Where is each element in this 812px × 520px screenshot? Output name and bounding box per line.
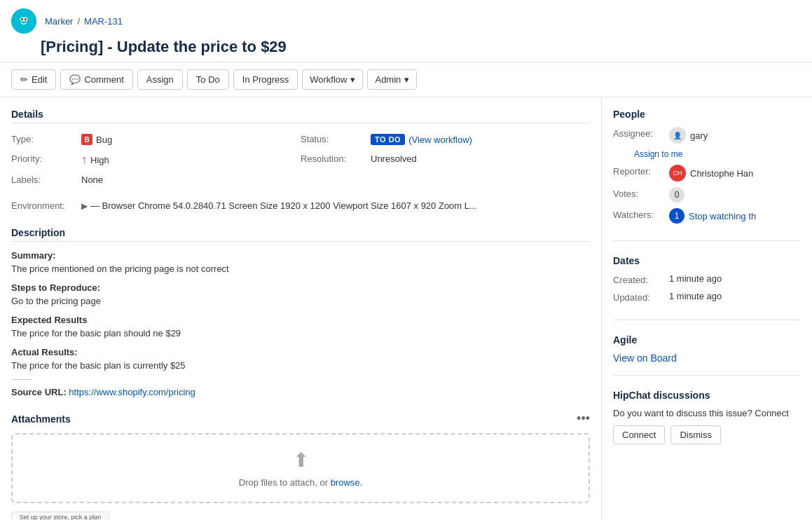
edit-label: Edit [32,74,47,85]
admin-button[interactable]: Admin ▾ [367,69,417,90]
breadcrumb: Marker / MAR-131 [11,8,801,34]
more-options-icon[interactable]: ••• [577,411,590,426]
hipchat-buttons: Connect Dismiss [613,425,801,444]
watchers-row: Watchers: 1 Stop watching th [613,208,801,224]
created-label: Created: [613,273,669,285]
todo-button[interactable]: To Do [187,69,229,90]
assignee-label: Assignee: [613,127,669,139]
labels-label: Labels: [11,175,81,185]
description-divider [11,379,32,380]
in-progress-button[interactable]: In Progress [233,69,298,90]
comment-button[interactable]: 💬 Comment [60,69,132,90]
connect-button[interactable]: Connect [613,425,665,444]
admin-dropdown-icon: ▾ [404,74,409,85]
attachment-thumbnail[interactable]: Set up your store, pick a plan later [11,512,109,520]
left-panel: Details Type: B Bug Status: TO DO (View … [0,97,602,520]
type-label: Type: [11,134,81,144]
reporter-label: Reporter: [613,165,669,177]
assignee-value: 👤 gary [669,127,708,144]
app-logo [11,8,36,34]
issue-title: [Pricing] - Update the price to $29 [41,38,801,56]
dates-section: Dates Created: 1 minute ago Updated: 1 m… [613,255,801,320]
status-label: Status: [301,134,371,144]
votes-badge: 0 [669,187,684,203]
votes-label: Votes: [613,187,669,199]
reporter-name: Christophe Han [690,168,753,179]
breadcrumb-issue-id[interactable]: MAR-131 [84,16,123,27]
thumbnail-content: Set up your store, pick a plan later [12,512,109,520]
svg-point-3 [21,18,23,20]
priority-value: ↑ High [81,153,109,166]
priority-row: Priority: ↑ High [11,151,301,168]
breadcrumb-project[interactable]: Marker [45,16,73,27]
steps-text: Go to the pricing page [11,296,590,306]
agile-title: Agile [613,334,801,345]
environment-value: ▶ — Browser Chrome 54.0.2840.71 Screen S… [81,200,477,211]
details-title: Details [11,109,590,123]
details-section: Details Type: B Bug Status: TO DO (View … [11,109,590,213]
browse-link[interactable]: browse. [331,477,363,488]
assign-button[interactable]: Assign [137,69,183,90]
stop-watching-link[interactable]: Stop watching th [689,211,756,221]
watchers-value: 1 Stop watching th [669,208,756,224]
bug-icon: B [81,134,92,145]
assignee-avatar: 👤 [669,127,686,144]
view-on-board-link[interactable]: View on Board [613,353,677,364]
people-section: People Assignee: 👤 gary Assign to me Rep… [613,109,801,241]
in-progress-label: In Progress [242,74,289,85]
admin-label: Admin [375,74,401,85]
priority-label: Priority: [11,153,81,164]
summary-label: Summary: [11,250,590,261]
type-value: B Bug [81,134,112,145]
priority-icon: ↑ [81,153,87,166]
created-row: Created: 1 minute ago [613,273,801,285]
watchers-badge: 1 [669,208,684,224]
todo-label: To Do [196,74,220,85]
attachments-section: Attachments ••• ⬆ Drop files to attach, … [11,411,590,520]
assign-to-me-link[interactable]: Assign to me [634,149,801,159]
env-arrow-icon: ▶ [81,201,88,211]
votes-row: Votes: 0 [613,187,801,203]
source-label: Source URL: [11,387,67,397]
status-value: TO DO (View workflow) [371,134,472,145]
edit-button[interactable]: ✏ Edit [11,69,56,90]
updated-value: 1 minute ago [669,291,722,301]
workflow-label: Workflow [310,74,347,85]
breadcrumb-separator: / [77,16,80,27]
description-section: Description Summary: The price mentioned… [11,227,590,397]
dismiss-button[interactable]: Dismiss [670,425,721,444]
source-url-link[interactable]: https://www.shopify.com/pricing [69,387,195,397]
type-row: Type: B Bug [11,132,301,147]
drop-text: Drop files to attach, or [239,477,328,488]
updated-label: Updated: [613,291,669,303]
updated-row: Updated: 1 minute ago [613,291,801,303]
labels-row: Labels: None [11,172,301,187]
view-workflow-link[interactable]: (View workflow) [408,135,472,145]
hipchat-text: Do you want to discuss this issue? Conne… [613,408,801,418]
summary-text: The price mentioned on the pricing page … [11,264,590,274]
thumbnail-text: Set up your store, pick a plan later [18,514,103,520]
assignee-row: Assignee: 👤 gary [613,127,801,144]
drop-zone[interactable]: ⬆ Drop files to attach, or browse. [11,433,590,503]
votes-value: 0 [669,187,684,203]
assignee-name: gary [690,130,708,141]
environment-row: Environment: ▶ — Browser Chrome 54.0.284… [11,198,590,213]
dates-title: Dates [613,255,801,266]
attachments-title: Attachments [11,413,71,425]
comment-label: Comment [84,74,123,85]
main-layout: Details Type: B Bug Status: TO DO (View … [0,97,812,520]
reporter-avatar: CH [669,165,686,182]
labels-value: None [81,175,103,185]
status-row: Status: TO DO (View workflow) [301,132,590,147]
hipchat-title: HipChat discussions [613,390,801,401]
workflow-button[interactable]: Workflow ▾ [302,69,363,90]
assign-label: Assign [146,74,174,85]
upload-icon: ⬆ [27,449,574,472]
details-grid: Type: B Bug Status: TO DO (View workflow… [11,132,590,187]
agile-section: Agile View on Board [613,334,801,376]
resolution-label: Resolution: [301,153,371,164]
workflow-dropdown-icon: ▾ [350,74,355,85]
svg-point-0 [16,13,32,29]
hipchat-section: HipChat discussions Do you want to discu… [613,390,801,444]
edit-icon: ✏ [20,74,28,85]
